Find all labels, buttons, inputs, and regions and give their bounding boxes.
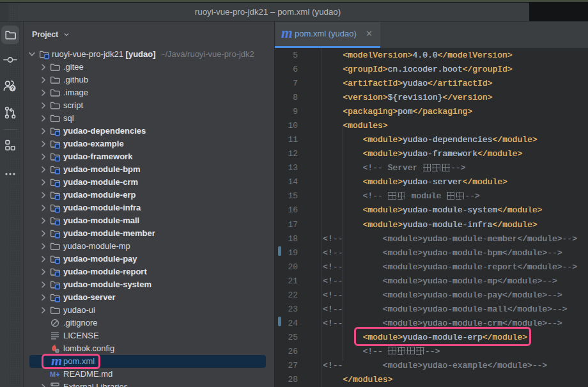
- svg-text:M: M: [50, 370, 56, 378]
- svg-text:?: ?: [11, 85, 14, 91]
